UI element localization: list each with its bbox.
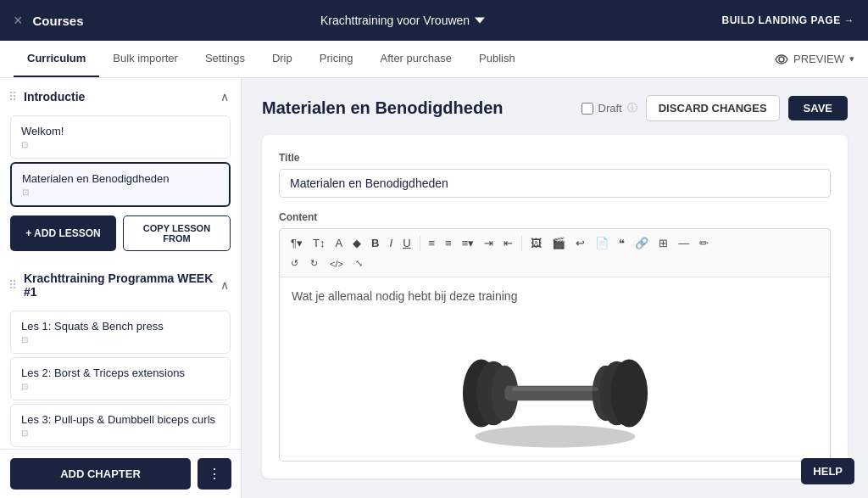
toolbar-quote-btn[interactable]: ❝ (615, 234, 629, 252)
tab-after-purchase[interactable]: After purchase (367, 41, 466, 77)
tab-bar: Curriculum Bulk importer Settings Drip P… (0, 41, 868, 78)
content-area: Materialen en Benodigdheden Draft ⓘ DISC… (242, 78, 868, 498)
svg-point-0 (779, 57, 784, 62)
lesson-les2-icon: ⊡ (21, 382, 220, 391)
title-field-label: Title (279, 152, 831, 164)
svg-point-7 (610, 360, 648, 428)
toolbar-divider-btn[interactable]: — (674, 234, 693, 252)
toolbar-underline-btn[interactable]: U (398, 234, 415, 252)
save-button[interactable]: SAVE (788, 96, 848, 120)
toolbar-expand-btn[interactable]: ⤡ (351, 255, 367, 271)
toolbar-indent-btn[interactable]: ⇥ (480, 234, 498, 252)
toolbar-link-btn[interactable]: 🔗 (631, 234, 653, 252)
toolbar-font-color-btn[interactable]: A (331, 234, 347, 252)
toolbar-italic-btn[interactable]: I (386, 234, 398, 252)
editor-card: Title Content ¶▾ T↕ A ◆ B I U ≡ ≡ ≡▾ ⇥ ⇤… (262, 135, 848, 478)
page-title: Materialen en Benodigdheden (262, 98, 503, 118)
editor-body-text: Wat je allemaal nodig hebt bij deze trai… (292, 289, 818, 303)
discard-changes-button[interactable]: DISCARD CHANGES (646, 95, 780, 121)
course-selector[interactable]: Krachttraining voor Vrouwen (320, 14, 485, 27)
lesson-materialen-name: Materialen en Benodigdheden (22, 172, 219, 185)
lesson-welkom-name: Welkom! (21, 125, 220, 137)
content-header: Materialen en Benodigdheden Draft ⓘ DISC… (262, 95, 848, 121)
section-krachttraining: ⠿ Krachttraining Programma WEEK #1 ∧ Les… (0, 260, 241, 447)
lesson-les3-name: Les 3: Pull-ups & Dumbbell biceps curls (21, 413, 220, 426)
toolbar-file-btn[interactable]: 📄 (591, 234, 613, 252)
lesson-les2-name: Les 2: Borst & Triceps extensions (21, 367, 220, 379)
chevron-down-icon (475, 15, 485, 25)
draft-text: Draft (598, 102, 622, 115)
content-actions: Draft ⓘ DISCARD CHANGES SAVE (581, 95, 848, 121)
toolbar-list-ordered-btn[interactable]: ≡ (441, 234, 456, 252)
lesson-materialen-icon: ⊡ (22, 187, 219, 197)
eye-icon (775, 53, 788, 66)
draft-checkbox[interactable] (581, 103, 593, 115)
section-introductie-header: ⠿ Introductie ∧ (0, 78, 241, 112)
tabs: Curriculum Bulk importer Settings Drip P… (14, 41, 529, 77)
content-field-label: Content (279, 211, 831, 223)
toolbar-align-btn[interactable]: ≡▾ (458, 234, 479, 252)
toolbar-embed-btn[interactable]: ↩ (571, 234, 589, 252)
section-krachttraining-title: Krachttraining Programma WEEK #1 (24, 271, 220, 299)
svg-point-8 (475, 425, 635, 447)
lesson-welkom[interactable]: Welkom! ⊡ (10, 115, 231, 159)
toolbar-pen-btn[interactable]: ✏ (695, 234, 713, 252)
lesson-materialen[interactable]: Materialen en Benodigdheden ⊡ (10, 162, 231, 207)
toolbar-separator-1 (420, 236, 420, 251)
more-options-button[interactable]: ⋮ (198, 458, 231, 490)
tab-drip[interactable]: Drip (259, 41, 306, 77)
toolbar-list-bullet-btn[interactable]: ≡ (425, 234, 440, 252)
tab-publish[interactable]: Publish (465, 41, 529, 77)
tab-bulk-importer[interactable]: Bulk importer (99, 41, 192, 77)
tab-pricing[interactable]: Pricing (306, 41, 367, 77)
preview-chevron-icon: ▾ (849, 53, 854, 64)
close-icon[interactable]: × (14, 12, 23, 30)
draft-label: Draft ⓘ (581, 101, 637, 115)
section-introductie-title: Introductie (24, 90, 85, 104)
add-chapter-button[interactable]: ADD CHAPTER (10, 458, 191, 490)
editor-body[interactable]: Wat je allemaal nodig hebt bij deze trai… (279, 277, 831, 462)
top-navigation: × Courses Krachttraining voor Vrouwen BU… (0, 0, 868, 41)
lesson-les3[interactable]: Les 3: Pull-ups & Dumbbell biceps curls … (10, 404, 231, 447)
lesson-les2[interactable]: Les 2: Borst & Triceps extensions ⊡ (10, 357, 231, 400)
copy-lesson-button[interactable]: COPY LESSON FROM (123, 215, 231, 251)
help-button[interactable]: HELP (801, 458, 854, 484)
svg-rect-9 (512, 387, 598, 390)
title-input[interactable] (279, 169, 831, 198)
editor-toolbar: ¶▾ T↕ A ◆ B I U ≡ ≡ ≡▾ ⇥ ⇤ 🖼 🎬 ↩ 📄 ❝ 🔗 (279, 228, 831, 277)
preview-button[interactable]: PREVIEW ▾ (775, 53, 854, 66)
lesson-actions: + ADD LESSON COPY LESSON FROM (10, 215, 231, 251)
drag-handle-icon[interactable]: ⠿ (8, 90, 17, 104)
toolbar-table-btn[interactable]: ⊞ (654, 234, 672, 252)
preview-label: PREVIEW (793, 53, 844, 65)
sidebar: ⠿ Introductie ∧ Welkom! ⊡ Materialen en … (0, 78, 242, 498)
section-krachttraining-header: ⠿ Krachttraining Programma WEEK #1 ∧ (0, 260, 241, 307)
app-title: Courses (33, 14, 84, 28)
toolbar-highlight-btn[interactable]: ◆ (348, 234, 365, 252)
toolbar-separator-2 (521, 236, 522, 251)
tab-settings[interactable]: Settings (192, 41, 259, 77)
lesson-les1-name: Les 1: Squats & Bench press (21, 320, 220, 333)
section2-collapse-icon[interactable]: ∧ (220, 278, 229, 292)
toolbar-redo-btn[interactable]: ↻ (306, 255, 322, 271)
toolbar-code-btn[interactable]: </> (326, 255, 348, 271)
drag-handle-2-icon[interactable]: ⠿ (8, 278, 17, 292)
sidebar-bottom: ADD CHAPTER ⋮ (0, 449, 242, 498)
sidebar-content: ⠿ Introductie ∧ Welkom! ⊡ Materialen en … (0, 78, 241, 498)
course-title: Krachttraining voor Vrouwen (320, 14, 470, 27)
lesson-les1[interactable]: Les 1: Squats & Bench press ⊡ (10, 311, 231, 354)
dumbbell-svg (420, 313, 691, 449)
lesson-les1-icon: ⊡ (21, 335, 220, 344)
lesson-les3-icon: ⊡ (21, 428, 220, 438)
toolbar-paragraph-btn[interactable]: ¶▾ (287, 234, 307, 252)
add-lesson-button[interactable]: + ADD LESSON (10, 215, 116, 251)
build-landing-page-button[interactable]: BUILD LANDING PAGE → (722, 14, 854, 26)
toolbar-video-btn[interactable]: 🎬 (548, 234, 570, 252)
toolbar-bold-btn[interactable]: B (367, 234, 383, 252)
toolbar-undo-btn[interactable]: ↺ (287, 255, 303, 271)
toolbar-text-size-btn[interactable]: T↕ (309, 234, 329, 252)
toolbar-outdent-btn[interactable]: ⇤ (499, 234, 517, 252)
section-collapse-icon[interactable]: ∧ (220, 90, 229, 104)
toolbar-image-btn[interactable]: 🖼 (526, 234, 546, 252)
tab-curriculum[interactable]: Curriculum (14, 41, 99, 77)
